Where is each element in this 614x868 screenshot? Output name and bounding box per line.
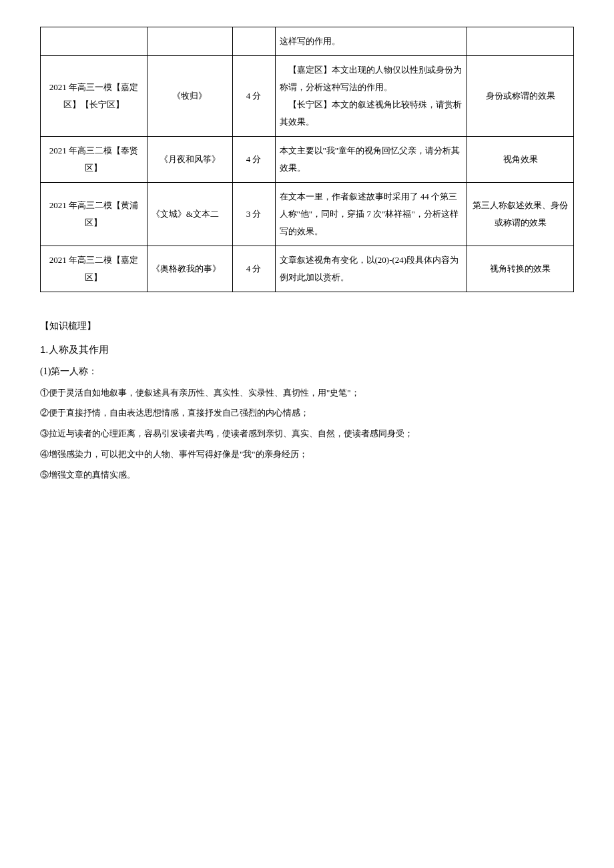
list-item: ②便于直接抒情，自由表达思想情感，直接抒发自己强烈的内心情感； [40,405,574,422]
list-item: ④增强感染力，可以把文中的人物、事件写得好像是"我"的亲身经历； [40,446,574,463]
cell-type: 视角效果 [467,137,574,183]
first-person-heading: (1)第一人称： [40,364,574,379]
cell-source: 2021 年高三二模【奉贤区】 [41,137,147,183]
document-page: 这样写的作用。 2021 年高三一模【嘉定区】【长宁区】 《牧归》 4 分 【嘉… [40,27,574,483]
table-row: 2021 年高三二模【黄浦区】 《文城》&文本二 3 分 在文本一里，作者叙述故… [41,183,574,246]
cell-title: 《牧归》 [147,56,232,137]
cell-type: 第三人称叙述效果、身份或称谓的效果 [467,183,574,246]
list-item: ⑤增强文章的真情实感。 [40,467,574,484]
cell-question: 【嘉定区】本文出现的人物仅以性别或身份为称谓，分析这种写法的作用。 【长宁区】本… [275,56,467,137]
cell-title [147,27,232,56]
cell-question-part-b: 【长宁区】本文的叙述视角比较特殊，请赏析其效果。 [280,96,463,131]
list-item: ①便于灵活自如地叙事，使叙述具有亲历性、真实性、实录性、真切性，用"史笔"； [40,385,574,402]
cell-source: 2021 年高三一模【嘉定区】【长宁区】 [41,56,147,137]
cell-title: 《月夜和风筝》 [147,137,232,183]
cell-question: 文章叙述视角有变化，以(20)-(24)段具体内容为例对此加以赏析。 [275,246,467,292]
cell-title: 《文城》&文本二 [147,183,232,246]
table-row: 2021 年高三一模【嘉定区】【长宁区】 《牧归》 4 分 【嘉定区】本文出现的… [41,56,574,137]
cell-question: 在文本一里，作者叙述故事时采用了 44 个第三人称"他"，同时，穿插 7 次"林… [275,183,467,246]
cell-source: 2021 年高三二模【嘉定区】 [41,246,147,292]
knowledge-heading: 【知识梳理】 [40,319,574,334]
cell-question: 本文主要以"我"童年的视角回忆父亲，请分析其效果。 [275,137,467,183]
list-item: ③拉近与读者的心理距离，容易引发读者共鸣，使读者感到亲切、真实、自然，使读者感同… [40,426,574,442]
cell-source: 2021 年高三二模【黄浦区】 [41,183,147,246]
cell-title: 《奥格教我的事》 [147,246,232,292]
table-row: 2021 年高三二模【嘉定区】 《奥格教我的事》 4 分 文章叙述视角有变化，以… [41,246,574,292]
cell-score: 3 分 [232,183,275,246]
cell-type: 身份或称谓的效果 [467,56,574,137]
cell-question: 这样写的作用。 [275,27,467,56]
exam-table: 这样写的作用。 2021 年高三一模【嘉定区】【长宁区】 《牧归》 4 分 【嘉… [40,27,574,292]
cell-question-part-a: 【嘉定区】本文出现的人物仅以性别或身份为称谓，分析这种写法的作用。 [280,61,463,96]
table-row: 2021 年高三二模【奉贤区】 《月夜和风筝》 4 分 本文主要以"我"童年的视… [41,137,574,183]
cell-source [41,27,147,56]
cell-score: 4 分 [232,56,275,137]
person-heading: 1.人称及其作用 [40,342,574,358]
table-row: 这样写的作用。 [41,27,574,56]
cell-score: 4 分 [232,137,275,183]
cell-score: 4 分 [232,246,275,292]
cell-type: 视角转换的效果 [467,246,574,292]
cell-score [232,27,275,56]
cell-type [467,27,574,56]
